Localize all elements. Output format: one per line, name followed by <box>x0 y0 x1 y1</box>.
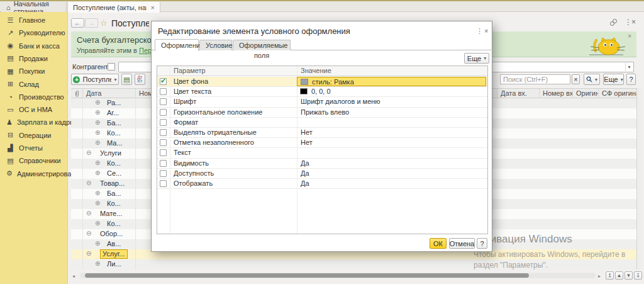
forward-button[interactable]: → <box>85 18 98 28</box>
column-header-7[interactable]: Оригинал <box>572 89 598 99</box>
sidebar-item-10[interactable]: ⊟Операции <box>0 129 68 142</box>
column-header-8[interactable]: СФ оригинал <box>598 89 636 99</box>
scroll-down-button[interactable]: ▼ <box>625 271 633 280</box>
checkbox-unchecked[interactable] <box>160 88 167 95</box>
sidebar-item-2[interactable]: ↗Руководителю <box>0 26 68 39</box>
search-options-button[interactable]: ▾ <box>584 74 600 85</box>
dialog-tab-2[interactable]: Условие <box>199 40 232 50</box>
banner-close-icon[interactable]: × <box>628 33 631 40</box>
dialog-parameter-row[interactable]: ✔Цвет фонастиль: Рамка <box>157 77 487 87</box>
dialog-tab-3[interactable]: Оформляемые поля <box>233 40 291 50</box>
close-tab-icon[interactable]: × <box>151 4 155 11</box>
tree-row[interactable]: ⊕Ли... <box>71 259 636 270</box>
counterparty-checkbox[interactable] <box>108 63 115 71</box>
checkbox-unchecked[interactable] <box>160 160 167 167</box>
column-header-6[interactable]: Номер вх. <box>539 89 572 99</box>
expand-icon[interactable]: ⊕ <box>95 220 100 227</box>
column-header-date[interactable]: Дата <box>82 89 135 99</box>
dt-kt-button[interactable]: Дт Кт <box>135 74 145 85</box>
checkbox-checked[interactable]: ✔ <box>160 78 167 85</box>
dialog-more-button[interactable]: Еще ▾ <box>464 53 489 64</box>
help-button[interactable]: ? <box>626 74 636 85</box>
dialog-parameter-row[interactable]: Цвет текста0, 0, 0 <box>157 87 487 97</box>
collapse-icon[interactable]: ⊖ <box>86 179 91 186</box>
parameter-value-cell[interactable]: стиль: Рамка <box>297 77 486 86</box>
dialog-parameter-row[interactable]: Текст <box>157 148 487 158</box>
collapse-icon[interactable]: ⊖ <box>86 230 91 237</box>
collapse-icon[interactable]: ⊖ <box>86 250 91 257</box>
expand-icon[interactable]: ⊕ <box>95 240 100 247</box>
back-button[interactable]: ← <box>71 18 84 28</box>
checkbox-unchecked[interactable] <box>160 129 167 136</box>
parameter-value-cell[interactable]: Нет <box>297 128 486 137</box>
paperclip-icon[interactable] <box>71 89 82 99</box>
expand-icon[interactable]: ⊕ <box>95 200 100 207</box>
cancel-button[interactable]: Отмена <box>449 238 475 249</box>
sidebar-item-5[interactable]: ▦Покупки <box>0 65 68 77</box>
expand-icon[interactable]: ⊕ <box>95 260 100 267</box>
search-input[interactable] <box>500 74 570 84</box>
parameter-value-cell[interactable]: Да <box>297 169 486 178</box>
dialog-parameter-row[interactable]: Горизонтальное положениеПрижать влево <box>157 108 487 118</box>
scroll-bottom-button[interactable]: ↧ <box>634 271 642 280</box>
sidebar-item-6[interactable]: ⊞Склад <box>0 78 68 91</box>
dialog-parameter-row[interactable]: ВидимостьДа <box>157 159 487 169</box>
expand-icon[interactable]: ⊕ <box>95 119 100 126</box>
parameter-value-cell[interactable]: 0, 0, 0 <box>297 87 486 96</box>
dialog-parameter-row[interactable]: Формат <box>157 118 487 128</box>
scrollbar-thumb[interactable] <box>85 273 529 278</box>
parameter-value-cell[interactable]: Да <box>297 179 486 188</box>
expand-icon[interactable]: ⊕ <box>95 169 100 176</box>
collapse-icon[interactable]: ⊖ <box>86 149 91 156</box>
dialog-parameter-row[interactable]: ОтображатьДа <box>157 179 487 189</box>
sidebar-item-7[interactable]: ◔Производство <box>0 91 68 103</box>
ok-button[interactable]: ОК <box>430 238 447 249</box>
new-receipt-button[interactable]: + Поступление ▾ <box>71 74 119 85</box>
column-header-5[interactable]: Дата вх. <box>497 89 539 99</box>
checkbox-unchecked[interactable] <box>160 149 167 156</box>
clear-search-icon[interactable]: × <box>572 74 580 84</box>
sidebar-item-3[interactable]: ◉Банк и касса <box>0 40 68 52</box>
parameter-value-cell[interactable] <box>297 148 486 157</box>
vertical-scrollbar[interactable] <box>636 88 643 270</box>
dialog-close-icon[interactable]: × <box>484 27 488 35</box>
tab-home-page[interactable]: ⌂ Начальная страница <box>1 2 67 13</box>
parameter-value-cell[interactable]: Нет <box>297 138 486 147</box>
expand-icon[interactable]: ⊕ <box>95 129 100 136</box>
checkbox-unchecked[interactable] <box>160 109 167 116</box>
collapse-icon[interactable]: ⊖ <box>86 210 91 217</box>
checkbox-unchecked[interactable] <box>160 139 167 146</box>
checkbox-unchecked[interactable] <box>160 170 167 177</box>
sidebar-item-12[interactable]: ▤Справочники <box>0 154 68 167</box>
link-icon[interactable] <box>609 18 618 28</box>
dialog-help-button[interactable]: ? <box>477 238 487 249</box>
parameter-value-cell[interactable]: Шрифт диалогов и меню <box>297 97 486 106</box>
checkbox-unchecked[interactable] <box>160 119 167 126</box>
parameter-value-cell[interactable] <box>297 118 486 127</box>
parameter-value-cell[interactable]: Да <box>297 159 486 168</box>
checkbox-unchecked[interactable] <box>160 180 167 187</box>
scroll-left-icon[interactable]: ◂ <box>72 273 75 279</box>
more-button[interactable]: Еще ▾ <box>603 74 624 85</box>
dialog-menu-icon[interactable]: ⋮ <box>476 27 483 35</box>
scroll-top-button[interactable]: ↥ <box>606 271 614 280</box>
scroll-right-icon[interactable]: ▸ <box>598 273 601 279</box>
dialog-parameter-row[interactable]: Отметка незаполненногоНет <box>157 138 487 148</box>
horizontal-scrollbar[interactable] <box>80 273 596 278</box>
sidebar-item-8[interactable]: ▭ОС и НМА <box>0 103 68 116</box>
tab-receipts[interactable]: Поступление (акты, накладные, УПД) × <box>67 2 160 13</box>
close-form-icon[interactable]: × <box>631 18 636 26</box>
sidebar-item-13[interactable]: ⚙Администрирование <box>0 168 68 180</box>
sidebar-item-4[interactable]: ▤Продажи <box>0 52 68 65</box>
expand-icon[interactable]: ⊕ <box>95 159 100 166</box>
sidebar-item-1[interactable]: ☰Главное <box>0 14 68 26</box>
dialog-parameter-row[interactable]: ШрифтШрифт диалогов и меню <box>157 97 487 107</box>
favorite-star-icon[interactable]: ☆ <box>100 18 108 28</box>
dialog-parameter-row[interactable]: ДоступностьДа <box>157 169 487 179</box>
chevron-down-icon[interactable]: ▾ <box>625 63 633 71</box>
dialog-tab-1[interactable]: Оформление <box>155 39 199 51</box>
expand-icon[interactable]: ⊕ <box>95 190 100 196</box>
checkbox-unchecked[interactable] <box>160 98 167 105</box>
expand-icon[interactable]: ⊕ <box>95 109 100 116</box>
dialog-parameter-row[interactable]: Выделять отрицательныеНет <box>157 128 487 138</box>
